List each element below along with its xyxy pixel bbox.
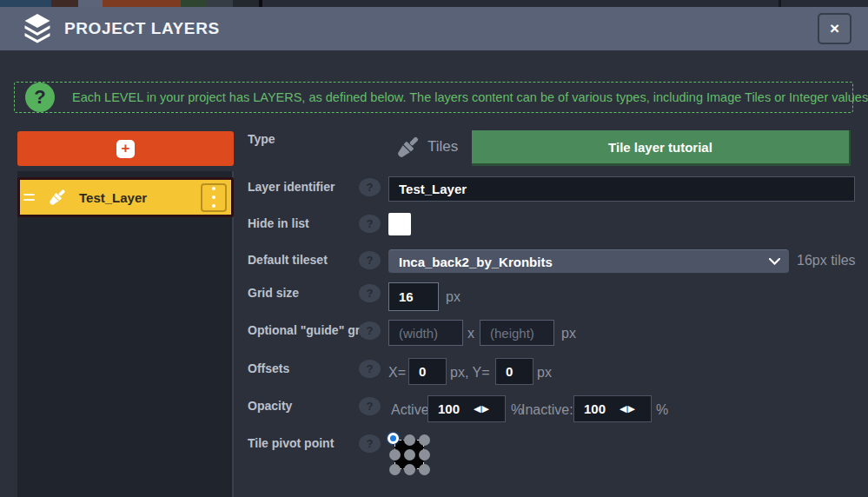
offset-x-prefix: X= xyxy=(388,365,406,381)
opacity-active-input[interactable] xyxy=(428,401,474,416)
hide-in-list-checkbox[interactable] xyxy=(388,213,411,235)
default-tileset-select[interactable]: Inca_back2_by_Kronbits xyxy=(388,249,789,274)
chevron-down-icon xyxy=(769,258,780,265)
opacity-inactive-stepper: ◀▶ xyxy=(573,395,652,422)
tiles-brush-icon xyxy=(392,132,423,163)
tiles-brush-icon xyxy=(45,186,69,209)
help-icon[interactable]: ? xyxy=(359,321,381,340)
opacity-active-stepper: ◀▶ xyxy=(427,395,506,422)
help-icon[interactable]: ? xyxy=(359,284,381,302)
tile-pivot-label: Tile pivot point xyxy=(248,436,334,450)
help-icon[interactable]: ? xyxy=(359,360,381,378)
opacity-label: Opacity xyxy=(248,399,292,413)
offset-x-input[interactable] xyxy=(408,358,447,385)
grid-size-label: Grid size xyxy=(248,286,299,300)
dialog-title: PROJECT LAYERS xyxy=(64,19,220,38)
grid-size-row: Grid size ? px xyxy=(235,282,868,322)
grid-size-unit: px xyxy=(446,289,461,305)
help-icon: ? xyxy=(25,83,55,112)
help-icon[interactable]: ? xyxy=(359,434,381,453)
tile-pivot-widget xyxy=(389,434,430,475)
offsets-unit: px xyxy=(537,365,552,381)
hide-in-list-label: Hide in list xyxy=(248,216,309,230)
type-value: Tiles xyxy=(427,138,458,156)
opacity-row: Opacity ? Active: ◀▶ % Inactive: ◀▶ % xyxy=(235,395,868,435)
stepper-arrows-icon[interactable]: ◀▶ xyxy=(474,403,490,414)
default-tileset-value: Inca_back2_by_Kronbits xyxy=(399,255,769,269)
pivot-dot-center[interactable] xyxy=(404,449,415,461)
pivot-dot-bottom-center[interactable] xyxy=(404,464,415,475)
type-label: Type xyxy=(248,132,275,146)
identifier-input[interactable] xyxy=(388,176,855,202)
tileset-note: 16px tiles xyxy=(797,253,856,268)
layer-item-label: Test_Layer xyxy=(79,190,201,205)
layers-icon xyxy=(23,14,52,43)
kebab-menu-icon xyxy=(212,187,215,208)
stepper-arrows-icon[interactable]: ◀▶ xyxy=(620,403,636,414)
offsets-row: Offsets ? X= px, Y= px xyxy=(235,358,868,398)
opacity-inactive-input[interactable] xyxy=(574,401,620,416)
plus-icon: + xyxy=(116,140,135,158)
drag-handle-icon[interactable] xyxy=(23,194,35,201)
opacity-inactive-unit: % xyxy=(656,402,668,418)
pivot-dot-bottom-left[interactable] xyxy=(389,464,401,475)
opacity-active-label: Active: xyxy=(391,402,433,418)
help-icon[interactable]: ? xyxy=(359,251,381,269)
layer-item-test-layer[interactable]: Test_Layer xyxy=(17,177,234,217)
guide-grid-row: Optional "guide" grid ? x px xyxy=(235,320,868,360)
pivot-dot-bottom-right[interactable] xyxy=(419,464,430,475)
offset-mid-text: px, Y= xyxy=(450,365,490,381)
add-layer-button[interactable]: + xyxy=(17,131,234,166)
layer-settings-form: Type Tiles Tile layer tutorial Layer ide… xyxy=(235,0,868,497)
guide-grid-label: Optional "guide" grid xyxy=(248,323,371,337)
identifier-label: Layer identifier xyxy=(248,180,335,194)
opacity-inactive-label: Inactive: xyxy=(521,402,573,418)
grid-size-input[interactable] xyxy=(388,282,439,311)
guide-grid-height-input[interactable] xyxy=(480,320,554,346)
pivot-dot-top-center[interactable] xyxy=(404,434,415,446)
identifier-row: Layer identifier ? xyxy=(235,176,868,216)
layer-options-button[interactable] xyxy=(201,183,227,212)
tile-layer-tutorial-button[interactable]: Tile layer tutorial xyxy=(472,130,851,166)
tile-pivot-row: Tile pivot point ? xyxy=(235,433,868,485)
help-icon[interactable]: ? xyxy=(359,215,381,233)
pivot-dot-top-right[interactable] xyxy=(419,434,430,446)
offsets-label: Offsets xyxy=(248,361,289,375)
guide-grid-separator: x xyxy=(467,326,474,341)
pivot-dot-middle-right[interactable] xyxy=(419,449,430,461)
default-tileset-label: Default tileset xyxy=(248,253,328,267)
guide-grid-unit: px xyxy=(561,326,576,341)
type-row: Type Tiles Tile layer tutorial xyxy=(235,130,868,170)
pivot-dot-middle-left[interactable] xyxy=(389,449,401,461)
help-icon[interactable]: ? xyxy=(359,397,381,415)
layers-list: Test_Layer xyxy=(17,171,234,497)
guide-grid-width-input[interactable] xyxy=(388,320,463,346)
offset-y-input[interactable] xyxy=(495,358,533,385)
pivot-dot-top-left[interactable] xyxy=(388,433,399,444)
layers-list-panel: + Test_Layer xyxy=(17,131,234,497)
hide-in-list-row: Hide in list ? xyxy=(235,213,868,253)
help-icon[interactable]: ? xyxy=(359,178,381,196)
